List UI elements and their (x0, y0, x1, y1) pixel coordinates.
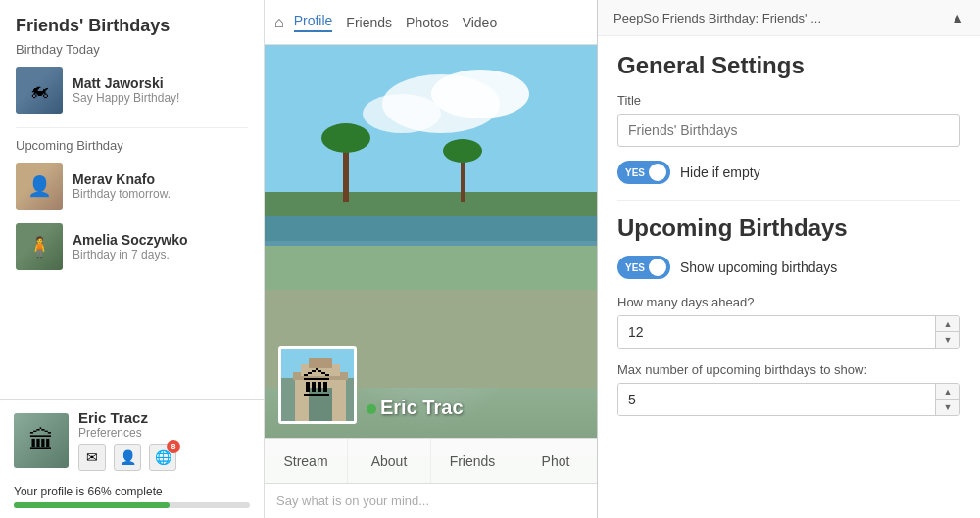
svg-rect-21 (295, 375, 305, 422)
avatar-matt (16, 67, 63, 114)
svg-point-2 (431, 70, 529, 118)
cover-area: Eric Trac Stream About Friends Phot (265, 45, 597, 483)
bottom-tabs: Stream About Friends Phot (265, 438, 597, 483)
profile-name-cover: Eric Trac (367, 397, 464, 419)
birthday-amelia-info: Amelia Soczywko Birthday in 7 days. (73, 232, 188, 261)
svg-rect-22 (336, 375, 346, 422)
birthday-matt-name: Matt Jaworski (73, 75, 179, 91)
toggle-handle-2 (649, 259, 666, 276)
home-icon[interactable]: ⌂ (274, 14, 284, 31)
max-show-increment[interactable]: ▲ (936, 384, 959, 400)
section-divider (617, 200, 960, 201)
right-panel-header: PeepSo Friends Birthday: Friends' ... ▲ (598, 0, 980, 36)
svg-point-3 (363, 94, 441, 133)
collapse-icon[interactable]: ▲ (951, 10, 964, 25)
toggle-yes-label: YES (625, 167, 645, 178)
user-text: Eric Tracz Preferences ✉ 👤 🌐 8 (78, 409, 176, 471)
cover-illustration (265, 45, 597, 388)
profile-complete-text: Your profile is 66% complete (14, 485, 250, 498)
thumb-illustration (281, 349, 357, 424)
toggle-handle (649, 164, 666, 181)
days-ahead-increment[interactable]: ▲ (936, 316, 959, 332)
tab-friends[interactable]: Friends (431, 439, 514, 483)
email-icon-button[interactable]: ✉ (78, 444, 106, 471)
svg-point-8 (443, 139, 482, 163)
general-settings-title: General Settings (617, 52, 960, 79)
hide-if-empty-label: Hide if empty (680, 165, 760, 180)
user-footer: Eric Tracz Preferences ✉ 👤 🌐 8 Your prof… (0, 399, 264, 518)
days-ahead-label: How many days ahead? (617, 295, 960, 309)
show-upcoming-label: Show upcoming birthdays (680, 259, 837, 275)
birthday-matt-info: Matt Jaworski Say Happy Birthday! (73, 75, 179, 105)
days-ahead-input[interactable] (618, 316, 935, 348)
max-show-spinners: ▲ ▼ (935, 384, 959, 415)
list-item: Amelia Soczywko Birthday in 7 days. (16, 223, 248, 270)
title-field-label: Title (617, 93, 960, 108)
profile-nav: ⌂ Profile Friends Photos Video (265, 0, 597, 45)
profile-thumbnail[interactable] (278, 346, 357, 424)
avatar[interactable] (14, 413, 69, 468)
svg-rect-25 (309, 358, 332, 368)
show-upcoming-toggle[interactable]: YES (617, 256, 670, 279)
tab-photos[interactable]: Phot (514, 439, 597, 483)
left-panel: Friends' Birthdays Birthday Today Matt J… (0, 0, 265, 518)
birthday-merav-desc: Birthday tomorrow. (73, 187, 171, 201)
widget-area: Friends' Birthdays Birthday Today Matt J… (0, 0, 264, 399)
list-item: Matt Jaworski Say Happy Birthday! (16, 67, 248, 114)
progress-bar-fill (14, 502, 170, 508)
birthday-matt-desc: Say Happy Birthday! (73, 91, 179, 105)
user-icons: ✉ 👤 🌐 8 (78, 444, 176, 471)
svg-rect-20 (309, 388, 332, 422)
show-upcoming-row: YES Show upcoming birthdays (617, 256, 960, 279)
nav-link-photos[interactable]: Photos (406, 15, 449, 30)
birthday-merav-name: Merav Knafo (73, 171, 171, 187)
upcoming-section-title: Upcoming Birthdays (617, 214, 960, 242)
max-show-decrement[interactable]: ▼ (936, 400, 959, 415)
profile-icon-button[interactable]: 👤 (114, 444, 141, 471)
progress-bar-background (14, 502, 250, 508)
nav-link-profile[interactable]: Profile (294, 13, 333, 32)
user-pref-label: Preferences (78, 426, 176, 440)
status-placeholder: Say what is on your mind... (276, 494, 429, 508)
widget-title: Friends' Birthdays (16, 16, 248, 36)
right-panel-title: PeepSo Friends Birthday: Friends' ... (613, 11, 821, 25)
progress-section: Your profile is 66% complete (14, 477, 250, 518)
nav-link-video[interactable]: Video (463, 15, 498, 30)
avatar-amelia (16, 223, 63, 270)
tab-stream[interactable]: Stream (265, 439, 348, 483)
user-name: Eric Tracz (78, 409, 176, 426)
list-item: Merav Knafo Birthday tomorrow. (16, 163, 248, 210)
days-ahead-spinners: ▲ ▼ (935, 316, 959, 348)
max-show-input[interactable] (618, 384, 935, 415)
globe-icon-button[interactable]: 🌐 8 (149, 444, 176, 471)
svg-rect-10 (265, 216, 597, 246)
middle-panel: ⌂ Profile Friends Photos Video (265, 0, 598, 518)
title-field-input[interactable] (617, 114, 960, 147)
days-ahead-input-row: ▲ ▼ (617, 315, 960, 349)
avatar-merav (16, 163, 63, 210)
birthday-merav-info: Merav Knafo Birthday tomorrow. (73, 171, 171, 201)
cover-photo: Eric Trac (265, 45, 597, 483)
status-input-bar[interactable]: Say what is on your mind... (265, 483, 597, 518)
notification-badge: 8 (167, 440, 180, 453)
toggle-yes-label-2: YES (625, 262, 645, 273)
user-info-row: Eric Tracz Preferences ✉ 👤 🌐 8 (14, 409, 250, 471)
svg-rect-24 (301, 364, 340, 376)
online-dot (367, 404, 376, 414)
birthday-today-label: Birthday Today (16, 42, 248, 57)
svg-point-6 (321, 123, 370, 153)
hide-if-empty-toggle[interactable]: YES (617, 161, 670, 184)
max-show-input-row: ▲ ▼ (617, 383, 960, 416)
right-panel-body: General Settings Title YES Hide if empty… (598, 36, 980, 446)
upcoming-label: Upcoming Birthday (16, 138, 248, 153)
hide-if-empty-row: YES Hide if empty (617, 161, 960, 184)
right-panel: PeepSo Friends Birthday: Friends' ... ▲ … (598, 0, 980, 518)
max-show-label: Max number of upcoming birthdays to show… (617, 362, 960, 377)
days-ahead-decrement[interactable]: ▼ (936, 332, 959, 348)
nav-link-friends[interactable]: Friends (346, 15, 392, 30)
divider (16, 127, 248, 128)
tab-about[interactable]: About (348, 439, 431, 483)
birthday-amelia-desc: Birthday in 7 days. (73, 248, 188, 261)
birthday-amelia-name: Amelia Soczywko (73, 232, 188, 248)
